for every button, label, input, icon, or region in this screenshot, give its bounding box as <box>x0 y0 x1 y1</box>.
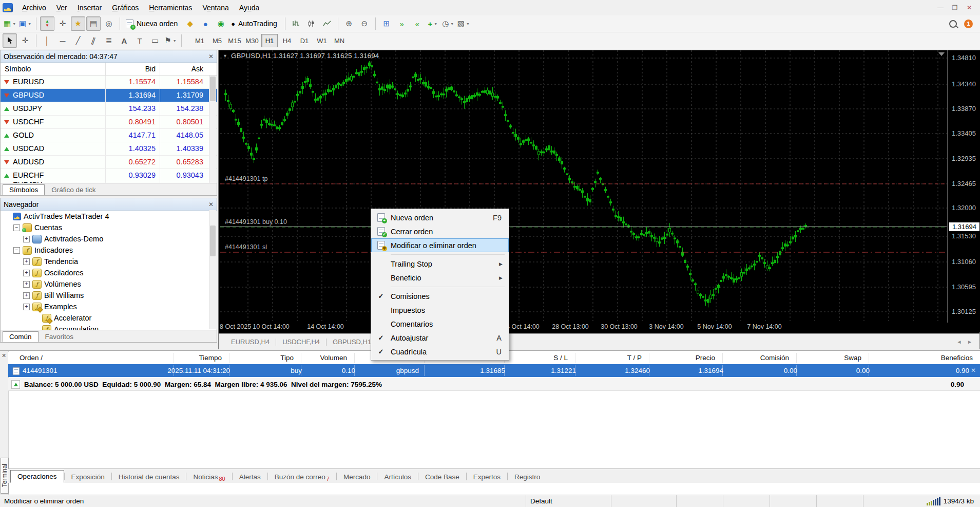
chart-window[interactable]: ▼ GBPUSD,H1 1.31627 1.31697 1.31625 1.31… <box>218 50 980 349</box>
restore-button[interactable]: ❐ <box>949 4 960 11</box>
close-button[interactable]: ✕ <box>964 4 975 11</box>
nav-item-activtrades-metatrader-4[interactable]: ActivTrades MetaTrader 4 <box>1 211 217 222</box>
tree-expand-icon[interactable]: + <box>23 304 30 310</box>
trendline-tool[interactable]: ╱ <box>71 33 85 48</box>
column-beneficios[interactable]: Beneficios <box>941 352 973 364</box>
market-row-eurusd[interactable]: EURUSD1.155741.15584 <box>1 76 217 89</box>
nav-item-accelerator[interactable]: ƒAccelerator <box>1 312 217 324</box>
column-orden-[interactable]: Orden / <box>20 352 43 364</box>
auto-scroll-button[interactable]: » <box>395 16 409 31</box>
tree-expand-icon[interactable]: + <box>23 292 30 299</box>
arrows-tool[interactable]: ⚑▼ <box>163 33 178 48</box>
timeframe-m30[interactable]: M30 <box>244 34 260 47</box>
timeframe-w1[interactable]: W1 <box>314 34 330 47</box>
text-tool[interactable]: A <box>117 33 131 48</box>
nav-item-tendencia[interactable]: +ƒTendencia <box>1 256 217 267</box>
vertical-line-tool[interactable]: │ <box>40 33 54 48</box>
candlestick-chart[interactable] <box>219 50 980 332</box>
status-profile[interactable]: Default <box>526 495 611 507</box>
terminal-tab-registro[interactable]: Registro <box>508 471 547 483</box>
bar-chart-button[interactable] <box>289 16 303 31</box>
menu-gráficos[interactable]: Gráficos <box>107 2 144 14</box>
context-menu-item-cerrar-orden[interactable]: ✓Cerrar orden <box>371 224 509 238</box>
market-row-usdcad[interactable]: USDCAD1.403251.40339 <box>1 142 217 156</box>
menu-archivo[interactable]: Archivo <box>17 2 51 14</box>
periods-button[interactable]: ◷▼ <box>441 16 455 31</box>
minimize-button[interactable]: — <box>935 4 946 11</box>
terminal-tab-noticias[interactable]: Noticias80 <box>186 471 232 483</box>
navigator-toggle[interactable]: ★ <box>71 16 85 31</box>
nav-item-osciladores[interactable]: +ƒOsciladores <box>1 267 217 278</box>
tree-expand-icon[interactable]: + <box>23 281 30 288</box>
menu-ayuda[interactable]: Ayuda <box>234 2 264 14</box>
menu-ventana[interactable]: Ventana <box>197 2 234 14</box>
nav-item-accumulation[interactable]: ƒAccumulation <box>1 324 217 330</box>
profiles-button[interactable]: ▣▼ <box>18 16 32 31</box>
menu-ver[interactable]: Ver <box>51 2 72 14</box>
chart-collapse-icon[interactable]: ▼ <box>223 53 227 59</box>
column-bid[interactable]: Bid <box>106 63 160 75</box>
order-row[interactable]: ✕ 4144913012025.11.11 04:31:20buy0.10gbp… <box>8 364 980 377</box>
data-window-button[interactable]: ✛ <box>55 16 70 31</box>
terminal-tab-code-base[interactable]: Code Base <box>418 471 466 483</box>
terminal-vertical-tab[interactable]: Terminal <box>1 458 9 494</box>
nav-item-bill-williams[interactable]: +ƒBill Williams <box>1 290 217 301</box>
column-s-l[interactable]: S / L <box>553 352 568 364</box>
new-order-button[interactable]: + Nueva orden <box>123 16 182 31</box>
market-row-usdjpy[interactable]: USDJPY154.233154.238 <box>1 102 217 116</box>
metaeditor-button[interactable]: ◆ <box>183 16 197 31</box>
tree-expand-icon[interactable]: + <box>23 270 30 276</box>
timeframe-d1[interactable]: D1 <box>296 34 313 47</box>
zoom-in-button[interactable]: ⊕ <box>342 16 356 31</box>
chart-tab-scroll-arrows[interactable]: ◄ ► <box>956 339 979 345</box>
context-menu-item-trailing-stop[interactable]: Trailing Stop▶ <box>371 257 509 271</box>
indicators-button[interactable]: +▼ <box>426 16 440 31</box>
terminal-tab-buz-n-de-correo[interactable]: Buzón de correo7 <box>268 471 336 483</box>
navigator-scrollbar[interactable] <box>209 210 216 329</box>
strategy-tester-button[interactable]: ◎ <box>102 16 116 31</box>
chart-tab-eurusd-h4[interactable]: EURUSD,H4 <box>225 336 276 347</box>
context-menu-item-beneficio[interactable]: Beneficio▶ <box>371 271 509 285</box>
timeframe-h1[interactable]: H1 <box>261 34 278 47</box>
notifications-badge[interactable]: 1 <box>964 20 973 28</box>
tree-collapse-icon[interactable]: − <box>13 247 20 254</box>
column-swap[interactable]: Swap <box>844 352 861 364</box>
column-t-p[interactable]: T / P <box>627 352 642 364</box>
terminal-close-icon[interactable]: ✕ <box>2 352 6 359</box>
timeframe-mn[interactable]: MN <box>331 34 348 47</box>
terminal-tab-exposici-n[interactable]: Exposición <box>65 471 111 483</box>
templates-button[interactable]: ▧▼ <box>456 16 471 31</box>
column-volumen[interactable]: Volumen <box>320 352 347 364</box>
tree-expand-icon[interactable]: + <box>23 258 30 265</box>
online-library-button[interactable]: ◉ <box>214 16 228 31</box>
market-row-audusd[interactable]: AUDUSD0.652720.65283 <box>1 156 217 169</box>
terminal-tab-expertos[interactable]: Expertos <box>467 471 507 483</box>
column-symbol[interactable]: Símbolo <box>1 63 106 75</box>
market-watch-scrollbar[interactable] <box>209 76 216 184</box>
menu-insertar[interactable]: Insertar <box>72 2 107 14</box>
terminal-tab-alertas[interactable]: Alertas <box>233 471 267 483</box>
candlestick-button[interactable] <box>304 16 319 31</box>
text-label-tool[interactable]: T <box>132 33 147 48</box>
market-watch-toggle[interactable]: ▲▼ <box>40 16 54 31</box>
new-chart-button[interactable]: ▦▼ <box>3 16 17 31</box>
navigator-tab-favoritos[interactable]: Favoritos <box>39 331 81 342</box>
channel-tool[interactable]: ∥ <box>84 31 103 50</box>
nav-item-activtrades-demo[interactable]: +Activtrades-Demo <box>1 233 217 245</box>
tree-collapse-icon[interactable]: − <box>13 224 20 231</box>
market-row-eurchf[interactable]: EURCHF0.930290.93043 <box>1 169 217 182</box>
timeframe-h4[interactable]: H4 <box>279 34 295 47</box>
tile-windows-button[interactable]: ⊞ <box>379 16 394 31</box>
terminal-tab-operaciones[interactable]: Operaciones <box>10 470 64 483</box>
tree-expand-icon[interactable]: + <box>23 236 30 242</box>
chart-tab-usdchf-h4[interactable]: USDCHF,H4 <box>276 336 326 347</box>
search-icon[interactable] <box>949 20 957 28</box>
zoom-out-button[interactable]: ⊖ <box>357 16 372 31</box>
column-ask[interactable]: Ask <box>160 63 207 75</box>
timeframe-m1[interactable]: M1 <box>191 34 208 47</box>
column-precio[interactable]: Precio <box>696 352 715 364</box>
market-row-gold[interactable]: GOLD4147.714148.05 <box>1 129 217 142</box>
terminal-tab-mercado[interactable]: Mercado <box>337 471 377 483</box>
line-chart-button[interactable] <box>320 16 334 31</box>
context-menu-item-modificar-o-eliminar-orden[interactable]: ✱Modificar o eliminar orden <box>371 238 509 252</box>
